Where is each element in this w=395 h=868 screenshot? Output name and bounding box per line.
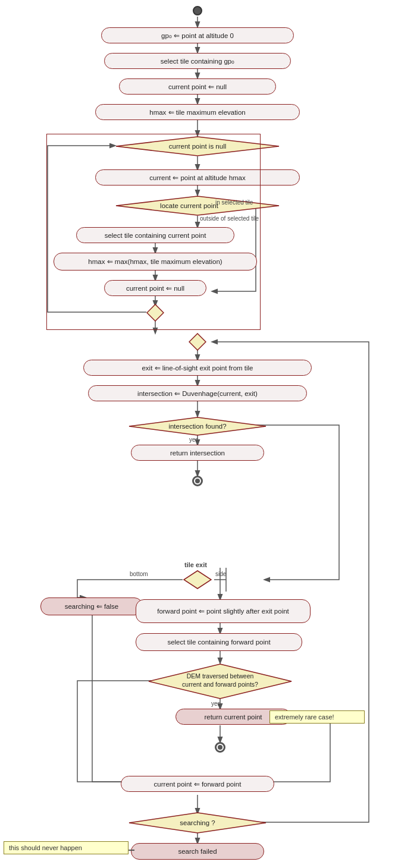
searching-false-node: searching ⇐ false (40, 597, 143, 615)
gp0-node: gp₀ ⇐ point at altitude 0 (101, 27, 294, 43)
decision-intersection-svg: intersection found? (128, 416, 267, 436)
decision-searching-svg: searching ? (128, 812, 267, 834)
tile-exit-diamond (183, 570, 212, 590)
return-intersection-node: return intersection (131, 445, 264, 461)
forward-point-node: forward point ⇐ point slightly after exi… (136, 599, 311, 623)
hmax-node: hmax ⇐ tile maximum elevation (95, 104, 300, 120)
note-arrow-svg (128, 850, 134, 851)
search-failed-node: search failed (131, 843, 264, 860)
outer-join-diamond (189, 333, 206, 351)
intersection-yes-label: yes (189, 436, 199, 443)
current-forward-node: current point ⇐ forward point (121, 776, 274, 792)
svg-marker-33 (189, 334, 206, 350)
flowchart-diagram: gp₀ ⇐ point at altitude 0 select tile co… (0, 0, 395, 868)
select-gp0-node: select tile containing gp₀ (104, 53, 291, 69)
svg-text:intersection found?: intersection found? (168, 423, 226, 430)
exit-calc-node: exit ⇐ line-of-sight exit point from til… (83, 360, 312, 376)
svg-text:DEM traversed between: DEM traversed between (187, 672, 254, 680)
dem-yes-label: yes (211, 700, 221, 707)
end-circle-1 (192, 476, 203, 486)
tile-exit-label: tile exit (184, 561, 207, 568)
svg-text:current and forward points?: current and forward points? (182, 681, 258, 688)
side-label: side (215, 571, 226, 577)
current-null-node: current point ⇐ null (119, 78, 276, 95)
svg-text:searching ?: searching ? (180, 819, 215, 826)
decision-dem-svg: DEM traversed between current and forwar… (148, 663, 293, 700)
intersection-calc-node: intersection ⇐ Duvenhage(current, exit) (88, 385, 307, 401)
inner-loop-rect (46, 134, 261, 330)
end-circle-2 (215, 742, 225, 753)
svg-marker-36 (184, 571, 211, 589)
bottom-label: bottom (130, 571, 148, 577)
select-tile-forward-node: select tile containing forward point (136, 633, 302, 651)
note-never: this should never happen (4, 841, 128, 854)
start-node (193, 6, 202, 15)
note-rare: extremely rare case! (269, 710, 365, 724)
